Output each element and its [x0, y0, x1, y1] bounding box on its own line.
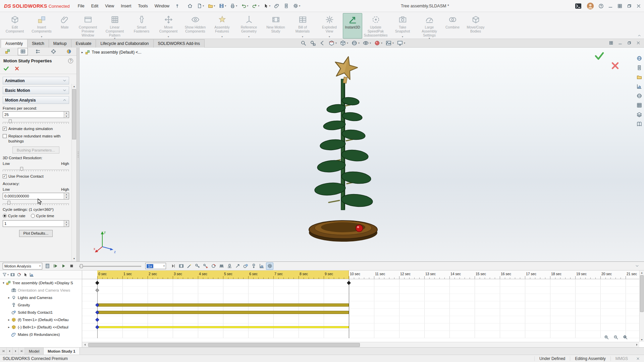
pin-icon[interactable]	[175, 3, 180, 8]
results-and-plots-button[interactable]	[258, 262, 265, 270]
previous-view-button[interactable]	[319, 40, 325, 46]
section-view-button[interactable]: ▾	[328, 40, 337, 46]
tab-evaluate[interactable]: Evaluate	[71, 39, 96, 48]
confirm-cancel-icon[interactable]	[611, 62, 619, 70]
tab-dimxpertmanager[interactable]	[49, 48, 59, 55]
scroll-first-button[interactable]	[1, 348, 7, 355]
ribbon-edit-component-button[interactable]: Edit Component	[1, 13, 28, 39]
print-button[interactable]: ▾	[228, 2, 238, 10]
panel-scrollbar[interactable]: ▲ ▼	[71, 84, 76, 261]
viewport-3d[interactable]: ▸ Tree assembly (Default) <...	[79, 48, 644, 261]
accuracy-slider-thumb[interactable]	[7, 201, 10, 204]
accuracy-stepper[interactable]: ▲▼	[3, 193, 69, 199]
contact-button[interactable]	[242, 262, 249, 270]
ribbon-exploded-view-button[interactable]: Exploded View▾	[316, 13, 343, 39]
filter-animated-button[interactable]	[10, 272, 15, 277]
sphere-button[interactable]	[636, 93, 643, 99]
bushing-parameters-button[interactable]: Bushing Parameters...	[12, 146, 59, 154]
force-button[interactable]	[234, 262, 241, 270]
tab-model[interactable]: Model	[25, 348, 44, 355]
fps-slider-thumb[interactable]	[9, 119, 12, 123]
ribbon-take-snapshot-button[interactable]: Take Snapshot▾	[389, 13, 416, 39]
tab-sketch[interactable]: Sketch	[27, 39, 49, 48]
confirm-ok-icon[interactable]	[594, 52, 604, 60]
motion-tree-item-[interactable]: ▸(-) Bell<1> (Default) <<Defaul	[0, 323, 82, 331]
workspace-layout-button[interactable]	[617, 3, 623, 9]
tab-markup[interactable]: Markup	[49, 39, 71, 48]
edit-appearance-button[interactable]: ▾	[374, 40, 382, 46]
play-button[interactable]	[60, 262, 67, 270]
grid-button[interactable]	[636, 102, 643, 109]
scroll-prev-button[interactable]	[7, 348, 13, 355]
menu-window[interactable]: Window	[151, 2, 173, 10]
section-motion-analysis[interactable]: Motion Analysis	[3, 96, 69, 104]
apply-scene-button[interactable]: ▾	[385, 40, 394, 46]
minimize-window-button[interactable]	[608, 3, 613, 9]
chart-button[interactable]	[636, 83, 643, 90]
animation-wizard-button[interactable]	[185, 262, 193, 270]
ribbon-linear-component-pattern-button[interactable]: Linear Component Pattern▾	[101, 13, 128, 39]
layers-button[interactable]	[636, 111, 643, 118]
folder-button[interactable]	[636, 74, 643, 80]
fps-up-icon[interactable]: ▲	[64, 112, 69, 115]
spring-button[interactable]	[218, 262, 225, 270]
scroll-next-button[interactable]	[13, 348, 19, 355]
motion-tree-item-gravity[interactable]: Gravity	[0, 301, 82, 309]
timeline-row-assembly-root[interactable]	[82, 279, 639, 287]
zoom-area-button[interactable]	[310, 40, 316, 46]
book-button[interactable]	[636, 121, 643, 127]
stop-button[interactable]	[68, 262, 75, 270]
menu-tools[interactable]: Tools	[135, 2, 151, 10]
add-key-button[interactable]	[202, 262, 209, 270]
timebar-end[interactable]	[349, 279, 349, 338]
timeline-key[interactable]	[95, 318, 99, 321]
undo-button[interactable]: ▾	[239, 2, 250, 10]
ribbon-mate-button[interactable]: Mate	[55, 13, 74, 39]
ribbon-move-component-button[interactable]: Move Component▾	[155, 13, 182, 39]
timeline-zoom-out-button[interactable]	[613, 335, 619, 340]
timeline-row-gravity[interactable]	[82, 301, 639, 309]
motion-tree-item-mates[interactable]: Mates (0 Redundancies)	[0, 331, 82, 338]
seek-thumb[interactable]	[80, 264, 83, 268]
gravity-button[interactable]	[250, 262, 257, 270]
ribbon-show-hidden-components-button[interactable]: Show Hidden Components	[182, 13, 209, 39]
accuracy-down-icon[interactable]: ▼	[64, 196, 69, 199]
vscrollbar-thumb[interactable]	[640, 275, 644, 312]
expand-icon[interactable]: ▸	[82, 51, 83, 54]
damper-button[interactable]	[226, 262, 233, 270]
fps-input[interactable]	[3, 112, 69, 118]
timeline-row-mates[interactable]	[82, 331, 639, 338]
redo-button[interactable]: ▾	[251, 2, 261, 10]
cycle-up-icon[interactable]: ▲	[64, 221, 69, 224]
timeline-bar-solid-body-contact[interactable]	[97, 311, 349, 314]
ribbon-insert-components-button[interactable]: Insert Components▾	[28, 13, 55, 39]
playback-speed-select[interactable]: 1x ▾	[145, 263, 166, 269]
status-units[interactable]: MMGS	[610, 356, 633, 361]
expander-icon[interactable]: ▸	[7, 325, 11, 329]
ok-button[interactable]	[3, 66, 9, 71]
plot-defaults-button[interactable]: Plot Defaults...	[19, 230, 53, 237]
view-orientation-button[interactable]: ▾	[340, 40, 348, 46]
tab-displaymanager[interactable]	[64, 48, 74, 55]
close-window-button[interactable]	[636, 3, 641, 9]
tab-solidworks-add-ins[interactable]: SOLIDWORKS Add-Ins	[153, 39, 205, 48]
motion-tree-item-orientation[interactable]: Orientation and Camera Views	[0, 287, 82, 294]
use-precise-contact-checkbox[interactable]: ✓ Use Precise Contact	[3, 174, 69, 179]
motion-study-properties-button[interactable]	[266, 262, 273, 270]
cycle-rate-radio[interactable]: Cycle rate	[3, 214, 25, 218]
filter-results-button[interactable]	[29, 272, 34, 277]
timeline-row-bell-part[interactable]	[82, 323, 639, 331]
scroll-up-icon[interactable]: ▲	[72, 84, 76, 88]
home-button[interactable]	[186, 2, 194, 10]
section-basic-motion[interactable]: Basic Motion	[3, 86, 69, 94]
menu-view[interactable]: View	[102, 2, 117, 10]
accuracy-input[interactable]	[3, 193, 69, 199]
timeline-bar-gravity[interactable]	[97, 303, 349, 306]
ribbon-combine-button[interactable]: Combine	[443, 13, 462, 39]
motion-tree-item-tree[interactable]: ▾Tree assembly (Default) <Display S	[0, 279, 82, 287]
ribbon-large-assembly-settings-button[interactable]: Large Assembly Settings▾	[416, 13, 443, 39]
viewport-minimize-button[interactable]	[618, 41, 623, 45]
collapse-ribbon-icon[interactable]	[637, 34, 641, 38]
animate-during-simulation-checkbox[interactable]: ✓ Animate during simulation	[3, 126, 69, 131]
timeline-row-tree-part[interactable]	[82, 316, 639, 323]
